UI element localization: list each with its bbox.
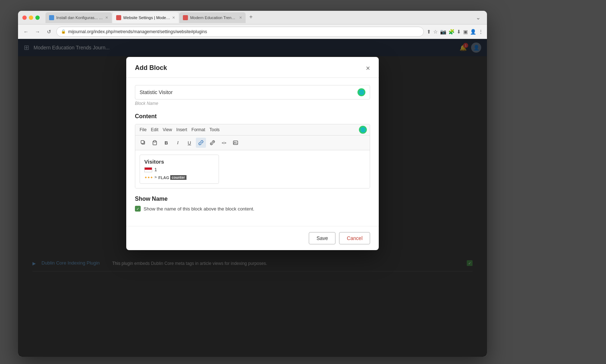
- sidebar-icon[interactable]: ▣: [463, 29, 468, 35]
- visitors-title: Visitors: [144, 159, 214, 165]
- page-content: ⊞ Modern Education Trends Journ... 🔔 1 👤…: [18, 39, 487, 357]
- editor-container: File Edit View Insert Format Tools 🌐: [135, 124, 370, 188]
- save-button[interactable]: Save: [309, 232, 335, 244]
- modal-footer: Save Cancel: [126, 226, 379, 250]
- download-icon[interactable]: ⬇: [457, 29, 461, 35]
- tab-1-close[interactable]: ×: [105, 15, 108, 20]
- block-name-input[interactable]: [140, 89, 357, 95]
- background-page: ▶ Dublin Core Indexing Plugin This plugi…: [18, 56, 487, 357]
- code-button[interactable]: <>: [219, 138, 229, 148]
- flag-counter-counter-label: counter: [170, 175, 186, 180]
- share-icon[interactable]: ⬆: [427, 29, 431, 35]
- camera-icon[interactable]: 📷: [440, 29, 446, 35]
- modal-close-button[interactable]: ×: [366, 65, 370, 72]
- tab-1-icon: [49, 15, 54, 20]
- block-name-group: 🌐 Block Name: [135, 85, 370, 106]
- visitors-widget: Visitors 1: [140, 155, 219, 184]
- unlink-button[interactable]: [207, 138, 218, 148]
- tab-3-close[interactable]: ×: [239, 15, 242, 20]
- show-name-section: Show Name ✓ Show the name of this block …: [135, 196, 370, 212]
- tab-1[interactable]: Install dan Konfiguras... | Boo ×: [45, 12, 112, 23]
- svg-line-4: [211, 141, 214, 144]
- menu-insert[interactable]: Insert: [175, 126, 189, 133]
- modal-body: 🌐 Block Name Content File Edit: [126, 78, 379, 226]
- browser-actions: ⬆ ☆ 📷 🧩 ⬇ ▣ 👤 ⋮: [427, 29, 483, 35]
- tab-1-label: Install dan Konfiguras... | Boo: [56, 15, 103, 20]
- menu-icon[interactable]: ⋮: [478, 29, 483, 35]
- menu-edit[interactable]: Edit: [149, 126, 160, 133]
- minimize-traffic-light[interactable]: [29, 15, 33, 20]
- new-tab-button[interactable]: +: [246, 12, 256, 22]
- show-name-checkbox[interactable]: ✓: [135, 206, 141, 212]
- visitors-row: 1: [144, 167, 214, 172]
- refresh-button[interactable]: ↺: [45, 27, 53, 36]
- maximize-traffic-light[interactable]: [35, 15, 40, 20]
- star-icon[interactable]: ☆: [433, 29, 438, 35]
- editor-toolbar: B I U: [135, 136, 370, 150]
- modal-header: Add Block ×: [126, 57, 379, 78]
- menu-file[interactable]: File: [138, 126, 148, 133]
- flag-counter-logo: ✦✦✦ ⚑ FLAG counter: [144, 175, 214, 180]
- content-section: Content File Edit View Insert Format Too…: [135, 113, 370, 188]
- content-section-title: Content: [135, 113, 370, 120]
- puzzle-icon[interactable]: 🧩: [448, 29, 454, 35]
- tab-3-icon: [183, 15, 188, 20]
- url-display: mijournal.org/index.php/metrends/managem…: [68, 29, 419, 34]
- editor-content[interactable]: Visitors 1: [135, 150, 370, 188]
- italic-button[interactable]: I: [173, 138, 183, 148]
- modal-overlay: Add Block × 🌐 Block Name: [18, 56, 487, 357]
- tab-2[interactable]: Website Settings | Modern Ed... ×: [113, 12, 179, 23]
- visitor-count: 1: [154, 167, 157, 172]
- tab-bar: Install dan Konfiguras... | Boo × Websit…: [45, 12, 471, 23]
- chevron-down-icon[interactable]: ⌄: [474, 14, 483, 21]
- flag-counter-text: FLAG: [158, 176, 169, 180]
- paste-button[interactable]: [150, 138, 160, 148]
- indonesia-flag-icon: [144, 167, 152, 172]
- address-bar[interactable]: 🔒 mijournal.org/index.php/metrends/manag…: [56, 27, 424, 37]
- browser-window: Install dan Konfiguras... | Boo × Websit…: [18, 11, 487, 357]
- lock-icon: 🔒: [61, 29, 66, 34]
- tab-2-close[interactable]: ×: [172, 15, 175, 20]
- address-bar-row: ← → ↺ 🔒 mijournal.org/index.php/metrends…: [18, 25, 487, 39]
- modal-title: Add Block: [135, 64, 167, 72]
- flag-counter-brand-icon: ⚑: [154, 176, 157, 179]
- menu-tools[interactable]: Tools: [208, 126, 221, 133]
- menu-format[interactable]: Format: [190, 126, 207, 133]
- tab-2-label: Website Settings | Modern Ed...: [123, 15, 170, 20]
- block-name-globe-icon: 🌐: [357, 88, 365, 96]
- show-name-checkbox-label: Show the name of this block above the bl…: [144, 206, 254, 212]
- block-name-input-row: 🌐: [135, 85, 370, 99]
- back-button[interactable]: ←: [22, 27, 30, 36]
- show-name-checkbox-row: ✓ Show the name of this block above the …: [135, 206, 370, 212]
- cancel-button[interactable]: Cancel: [339, 232, 370, 244]
- tab-3[interactable]: Modern Education Trends Jou... ×: [179, 12, 246, 23]
- editor-globe-icon: 🌐: [359, 126, 367, 134]
- forward-button[interactable]: →: [33, 27, 42, 36]
- block-name-label: Block Name: [135, 101, 370, 106]
- menu-view[interactable]: View: [161, 126, 174, 133]
- svg-point-6: [234, 142, 235, 143]
- tab-2-icon: [116, 15, 121, 20]
- bold-button[interactable]: B: [161, 138, 171, 148]
- close-traffic-light[interactable]: [22, 15, 27, 20]
- underline-button[interactable]: U: [184, 138, 194, 148]
- flag-counter-stars: ✦✦✦: [144, 176, 153, 179]
- svg-rect-1: [141, 141, 144, 143]
- copy-button[interactable]: [138, 138, 148, 148]
- profile-icon[interactable]: 👤: [470, 29, 476, 35]
- svg-rect-3: [154, 141, 156, 142]
- image-button[interactable]: [230, 138, 241, 148]
- add-block-modal: Add Block × 🌐 Block Name: [126, 57, 379, 250]
- editor-menu-bar: File Edit View Insert Format Tools 🌐: [135, 124, 370, 136]
- link-button[interactable]: [196, 138, 206, 148]
- tab-3-label: Modern Education Trends Jou...: [190, 15, 237, 20]
- show-name-title: Show Name: [135, 196, 370, 202]
- title-bar: Install dan Konfiguras... | Boo × Websit…: [18, 11, 487, 25]
- traffic-lights: [22, 15, 40, 20]
